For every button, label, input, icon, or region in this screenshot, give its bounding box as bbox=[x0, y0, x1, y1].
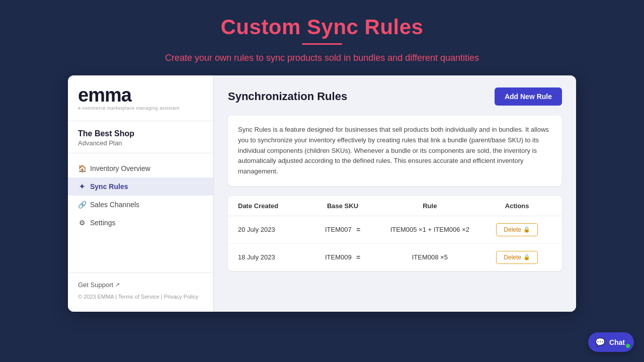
chat-online-indicator bbox=[626, 344, 630, 348]
shop-info: The Best Shop Advanced Plan bbox=[68, 121, 213, 153]
row2-rule: ITEM008 ×5 bbox=[377, 253, 482, 261]
footer-links: © 2023 EMMA | Terms of Service | Privacy… bbox=[78, 293, 203, 302]
row1-actions: Delete 🔒 bbox=[482, 223, 552, 236]
sidebar-item-sales-channels[interactable]: 🔗 Sales Channels bbox=[68, 196, 213, 214]
col-date-header: Date Created bbox=[238, 202, 308, 210]
shop-name: The Best Shop bbox=[78, 129, 203, 138]
main-title: Synchronization Rules bbox=[228, 90, 347, 103]
logo-area: emma e-commerce marketplace managing ass… bbox=[68, 85, 213, 121]
add-new-rule-button[interactable]: Add New Rule bbox=[495, 87, 562, 106]
sidebar: emma e-commerce marketplace managing ass… bbox=[68, 75, 214, 312]
sidebar-item-sync-rules-label: Sync Rules bbox=[90, 183, 128, 191]
info-box: Sync Rules is a feature designed for bus… bbox=[228, 116, 562, 186]
app-container: emma e-commerce marketplace managing ass… bbox=[68, 75, 576, 312]
sidebar-item-sync-rules[interactable]: ✦ Sync Rules bbox=[68, 177, 213, 196]
row2-delete-label: Delete bbox=[504, 254, 521, 261]
chat-button[interactable]: 💬 Chat bbox=[588, 332, 634, 352]
table-row: 20 July 2023 ITEM007 = ITEM005 ×1 + ITEM… bbox=[228, 216, 562, 244]
col-actions-header: Actions bbox=[482, 202, 552, 210]
settings-icon: ⚙ bbox=[78, 219, 86, 227]
external-link-icon: ↗ bbox=[115, 282, 120, 288]
rules-table: Date Created Base SKU Rule Actions 20 Ju… bbox=[228, 196, 562, 271]
row1-delete-button[interactable]: Delete 🔒 bbox=[496, 223, 538, 236]
row1-date: 20 July 2023 bbox=[238, 226, 308, 233]
inventory-icon: 🏠 bbox=[78, 164, 86, 172]
table-header: Date Created Base SKU Rule Actions bbox=[228, 196, 562, 216]
sidebar-item-settings-label: Settings bbox=[90, 219, 116, 227]
chat-icon: 💬 bbox=[595, 337, 605, 347]
sales-channels-icon: 🔗 bbox=[78, 201, 86, 209]
sync-rules-icon: ✦ bbox=[78, 183, 86, 191]
logo-tagline: e-commerce marketplace managing assistan… bbox=[78, 106, 203, 111]
chat-label: Chat bbox=[609, 338, 625, 346]
sidebar-item-inventory-label: Inventory Overview bbox=[90, 164, 150, 172]
title-underline bbox=[302, 43, 342, 45]
get-support-link[interactable]: Get Support ↗ bbox=[78, 281, 203, 289]
lock-icon-2: 🔒 bbox=[523, 254, 530, 260]
main-header: Synchronization Rules Add New Rule bbox=[228, 87, 562, 106]
page-subtitle: Create your own rules to sync products s… bbox=[165, 53, 479, 63]
row2-actions: Delete 🔒 bbox=[482, 251, 552, 264]
sidebar-item-sales-channels-label: Sales Channels bbox=[90, 201, 139, 209]
row1-base-sku: ITEM007 = bbox=[308, 226, 378, 233]
table-row: 18 July 2023 ITEM009 = ITEM008 ×5 Delete… bbox=[228, 244, 562, 271]
row1-rule: ITEM005 ×1 + ITEM006 ×2 bbox=[377, 226, 482, 233]
page-title: Custom Sync Rules bbox=[221, 15, 424, 39]
get-support-label: Get Support bbox=[78, 281, 113, 289]
row2-base-sku: ITEM009 = bbox=[308, 253, 378, 261]
main-content: Synchronization Rules Add New Rule Sync … bbox=[214, 75, 576, 312]
row1-delete-label: Delete bbox=[504, 226, 521, 233]
sidebar-item-inventory[interactable]: 🏠 Inventory Overview bbox=[68, 159, 213, 177]
row2-delete-button[interactable]: Delete 🔒 bbox=[496, 251, 538, 264]
sidebar-footer: Get Support ↗ © 2023 EMMA | Terms of Ser… bbox=[68, 273, 213, 302]
col-base-sku-header: Base SKU bbox=[308, 202, 378, 210]
shop-plan: Advanced Plan bbox=[78, 139, 203, 147]
row2-date: 18 July 2023 bbox=[238, 253, 308, 261]
col-rule-header: Rule bbox=[377, 202, 482, 210]
logo: emma bbox=[78, 85, 203, 105]
sidebar-item-settings[interactable]: ⚙ Settings bbox=[68, 214, 213, 232]
nav-menu: 🏠 Inventory Overview ✦ Sync Rules 🔗 Sale… bbox=[68, 153, 213, 273]
lock-icon: 🔒 bbox=[523, 226, 530, 233]
